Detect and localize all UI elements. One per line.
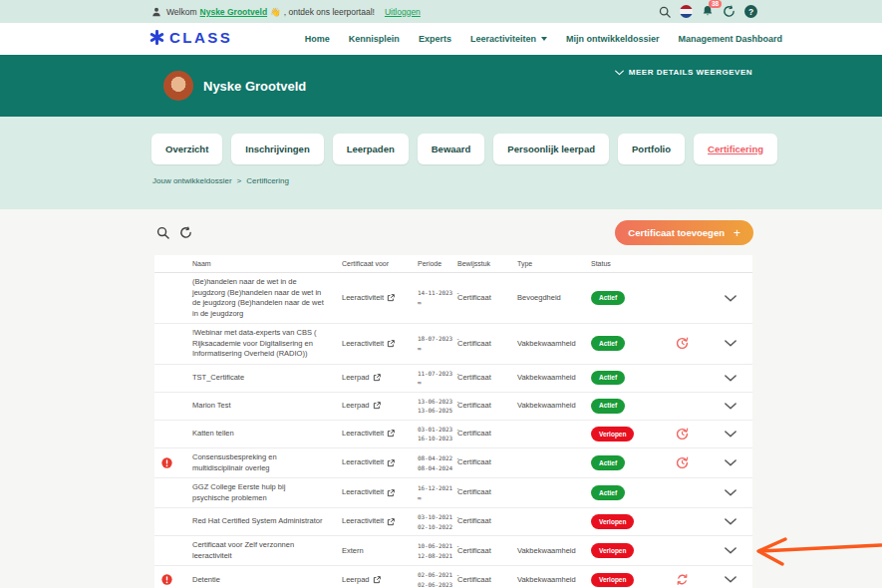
cert-name: Certificaat voor Zelf verzonnen leeracti…: [184, 540, 334, 561]
expand-chevron-icon[interactable]: [725, 459, 736, 466]
class-asterisk-icon: [149, 30, 164, 45]
certificates-table: Naam Certificaat voor Periode Bewijsstuk…: [154, 255, 752, 588]
expand-chevron-icon[interactable]: [725, 547, 736, 554]
status-badge: Actief: [591, 371, 625, 386]
welcome-message: Welkom Nyske Grootveld 👋 , ontdek ons le…: [151, 7, 421, 17]
cert-name: !Webinar met data-experts van CBS ( Rijk…: [184, 328, 334, 360]
more-details-toggle[interactable]: MEER DETAILS WEERGEVEN: [615, 68, 752, 77]
expand-chevron-icon[interactable]: [725, 518, 736, 525]
cert-for-label: Leerpad: [342, 401, 370, 412]
cert-period: 16-12-2021 -∞: [410, 483, 453, 502]
renew-icon[interactable]: [676, 573, 689, 586]
nav-item-leeractiviteiten[interactable]: Leeractiviteiten: [470, 34, 547, 44]
external-link-icon[interactable]: [387, 459, 395, 467]
user-icon: [151, 7, 161, 17]
breadcrumb: Jouw ontwikkeldossier > Certificering: [152, 176, 289, 185]
nav-item-mijn-ontwikkeldossier[interactable]: Mijn ontwikkeldossier: [566, 34, 660, 44]
table-refresh-icon[interactable]: [179, 226, 192, 239]
cert-period: 18-07-2023 -∞: [410, 334, 453, 353]
table-row[interactable]: (Be)handelen naar de wet in de jeugdzorg…: [154, 273, 752, 324]
cert-type: Vakbekwaamheid: [513, 373, 587, 384]
nav-item-experts[interactable]: Experts: [419, 34, 451, 44]
history-icon[interactable]: [676, 428, 689, 441]
external-link-icon[interactable]: [387, 489, 395, 497]
table-search-icon[interactable]: [156, 226, 169, 239]
profile-header: Nyske Grootveld MEER DETAILS WEERGEVEN: [0, 55, 882, 117]
external-link-icon[interactable]: [387, 430, 395, 438]
help-icon[interactable]: ?: [744, 5, 757, 18]
cert-for-label: Leerpad: [342, 373, 370, 384]
breadcrumb-current: Certificering: [246, 176, 289, 185]
cert-type: Vakbekwaamheid: [513, 339, 587, 350]
table-row[interactable]: Certificaat voor Zelf verzonnen leeracti…: [154, 536, 752, 566]
external-link-icon[interactable]: [387, 518, 395, 526]
table-row[interactable]: Katten tellen Leeractiviteit 03-01-2023 …: [154, 421, 752, 448]
language-flag-icon[interactable]: [680, 5, 693, 18]
history-icon[interactable]: [723, 5, 735, 18]
add-certificate-button[interactable]: Certificaat toevoegen +: [615, 220, 753, 245]
table-row[interactable]: GGZ College Eerste hulp bij psychische p…: [154, 478, 752, 508]
search-icon[interactable]: [659, 6, 671, 18]
tab-overzicht[interactable]: Overzicht: [151, 134, 222, 164]
tab-inschrijvingen[interactable]: Inschrijvingen: [231, 134, 323, 164]
cert-type: Vakbekwaamheid: [513, 546, 587, 557]
dossier-tabs: Overzicht Inschrijvingen Leerpaden Bewaa…: [151, 134, 777, 164]
dossier-tabs-section: Overzicht Inschrijvingen Leerpaden Bewaa…: [0, 117, 882, 209]
tab-leerpaden[interactable]: Leerpaden: [333, 134, 409, 164]
nav-item-management-dashboard[interactable]: Management Dashboard: [678, 34, 782, 44]
annotation-arrow: [754, 534, 882, 568]
col-type: Type: [513, 259, 587, 269]
notifications-button[interactable]: 38: [702, 5, 714, 19]
tab-portfolio[interactable]: Portfolio: [618, 134, 685, 164]
caret-down-icon: [541, 37, 547, 41]
external-link-icon[interactable]: [373, 576, 381, 584]
logout-link[interactable]: Uitloggen: [385, 7, 421, 17]
external-link-icon[interactable]: [387, 340, 395, 348]
expand-chevron-icon[interactable]: [725, 403, 736, 410]
cert-evidence: Certificaat: [453, 546, 513, 557]
expand-chevron-icon[interactable]: [725, 489, 736, 496]
nav-item-kennisplein[interactable]: Kennisplein: [349, 34, 400, 44]
table-row[interactable]: Marion Test Leerpad 13-06-2023 -13-06-20…: [154, 393, 752, 421]
tab-certificering[interactable]: Certificering: [694, 134, 777, 164]
status-badge: Actief: [591, 336, 625, 351]
status-badge: Verlopen: [591, 514, 634, 529]
history-icon[interactable]: [676, 337, 689, 350]
breadcrumb-dossier[interactable]: Jouw ontwikkeldossier: [152, 176, 232, 185]
cert-period: 11-07-2023 -∞: [410, 369, 453, 388]
cert-type: Bevoegdheid: [513, 293, 587, 304]
brand-logo[interactable]: CLASS: [149, 29, 232, 46]
avatar: [163, 71, 193, 101]
expand-chevron-icon[interactable]: [725, 295, 736, 302]
table-row[interactable]: !Webinar met data-experts van CBS ( Rijk…: [154, 324, 752, 365]
tab-persoonlijk-leerpad[interactable]: Persoonlijk leerpad: [493, 134, 609, 164]
tab-bewaard[interactable]: Bewaard: [418, 134, 485, 164]
cert-for-label: Leeractiviteit: [342, 429, 384, 440]
external-link-icon[interactable]: [373, 374, 381, 382]
table-row[interactable]: Consensusbespreking en multidisciplinair…: [154, 448, 752, 478]
expand-chevron-icon[interactable]: [725, 576, 736, 583]
cert-period: 14-11-2023 -∞: [410, 288, 453, 307]
col-certificaat-voor: Certificaat voor: [334, 259, 410, 269]
table-row[interactable]: TST_Certificate Leerpad 11-07-2023 -∞ Ce…: [154, 365, 752, 393]
external-link-icon[interactable]: [387, 294, 395, 302]
cert-evidence: Certificaat: [453, 487, 513, 498]
expand-chevron-icon[interactable]: [725, 431, 736, 438]
table-row[interactable]: Detentie Leerpad 02-06-2021 -02-06-2023 …: [154, 566, 752, 588]
status-badge: Actief: [591, 455, 625, 470]
cert-name: Detentie: [184, 575, 334, 586]
expand-chevron-icon[interactable]: [725, 375, 736, 382]
nav-item-home[interactable]: Home: [305, 34, 330, 44]
cert-name: (Be)handelen naar de wet in de jeugdzorg…: [184, 277, 334, 319]
history-icon[interactable]: [676, 456, 689, 469]
cert-period: 10-06-2021 -12-08-2021: [410, 541, 453, 560]
cert-for-label: Leeractiviteit: [342, 293, 384, 304]
expand-chevron-icon[interactable]: [725, 340, 736, 347]
external-link-icon[interactable]: [373, 402, 381, 410]
plus-icon: +: [734, 226, 740, 240]
wave-emoji: 👋: [270, 7, 281, 17]
table-row[interactable]: Red Hat Certified System Administrator L…: [154, 508, 752, 536]
status-badge: Verlopen: [591, 573, 634, 588]
cert-for-label: Leeractiviteit: [342, 339, 384, 350]
user-profile-link[interactable]: Nyske Grootveld: [200, 7, 268, 17]
